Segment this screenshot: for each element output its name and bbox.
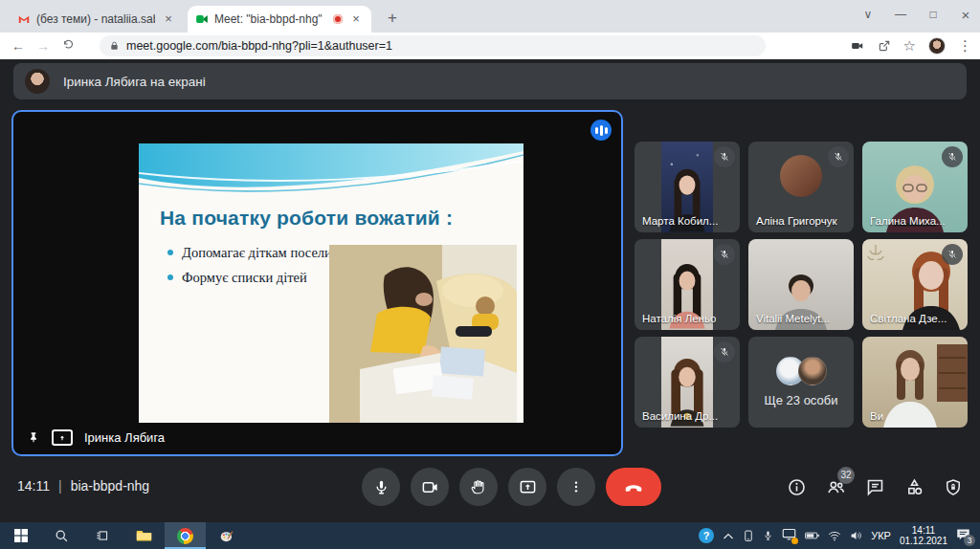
raise-hand-button[interactable]: [459, 468, 498, 506]
reload-icon: [62, 38, 75, 51]
paint-taskbar-button[interactable]: [206, 522, 247, 549]
status-dot: [791, 538, 798, 544]
media-camera-indicator-icon[interactable]: [850, 39, 865, 53]
notification-count-badge: 3: [964, 535, 975, 546]
battery-tray-icon[interactable]: [805, 531, 819, 540]
slide-wave-decoration: [139, 143, 523, 203]
call-controls: [362, 468, 661, 506]
host-controls-button[interactable]: [942, 475, 965, 498]
self-view-label: Ви: [870, 410, 883, 422]
presenter-name: Іринка Лябига: [84, 430, 165, 445]
mic-muted-icon: [942, 244, 963, 265]
slide-bullet: Формує списки дітей: [182, 270, 307, 286]
tray-expand-chevron-icon[interactable]: [723, 532, 734, 540]
pin-icon[interactable]: [27, 430, 40, 445]
meeting-panels: 32: [785, 468, 965, 506]
clock-date: 01.12.2021: [900, 536, 947, 546]
tab-title: (без теми) - nataliia.sabat@pnu: [36, 12, 155, 26]
participant-tile[interactable]: Галина Миха...: [862, 142, 968, 232]
device-tray-icon[interactable]: [743, 530, 754, 542]
profile-avatar[interactable]: [928, 37, 946, 55]
presenter-avatar: [25, 69, 50, 94]
microphone-tray-icon[interactable]: [763, 529, 773, 542]
chat-button[interactable]: [863, 475, 886, 498]
participant-avatar: [798, 357, 827, 385]
more-participants-avatars: [776, 357, 827, 385]
close-window-button[interactable]: ×: [957, 7, 974, 23]
tab-title: Meet: "bia-bbpd-nhg": [214, 12, 327, 26]
audio-playing-indicator-icon: [590, 120, 612, 141]
tab-meet[interactable]: Meet: "bia-bbpd-nhg" ×: [188, 6, 371, 33]
action-center-button[interactable]: 3: [956, 527, 970, 544]
participant-name: Галина Миха...: [870, 215, 946, 227]
presentation-tile[interactable]: На початку роботи вожатий : Допомагає ді…: [11, 110, 623, 456]
window-controls: ∨ — □ ×: [859, 2, 974, 27]
mic-muted-icon: [714, 146, 735, 167]
participant-name: Світлана Дзе...: [870, 313, 947, 324]
toolbar-actions: ☆ ⋮: [850, 33, 972, 59]
browser-tab-strip: (без теми) - nataliia.sabat@pnu × Meet: …: [0, 0, 980, 33]
share-icon[interactable]: [878, 39, 891, 53]
forward-button[interactable]: →: [31, 38, 56, 54]
start-button[interactable]: [0, 522, 41, 549]
participant-grid: Марта Кобил... Аліна Григорчук: [635, 142, 968, 428]
volume-tray-icon[interactable]: [850, 530, 862, 541]
meeting-time: 14:11: [17, 478, 50, 494]
back-button[interactable]: ←: [6, 38, 31, 54]
participant-tile[interactable]: Vitalii Metelyt...: [748, 239, 854, 330]
language-indicator[interactable]: УКР: [871, 530, 891, 541]
mic-muted-icon: [942, 146, 963, 167]
file-explorer-button[interactable]: [123, 522, 165, 549]
chrome-taskbar-button[interactable]: [165, 522, 206, 549]
tab-gmail[interactable]: (без теми) - nataliia.sabat@pnu ×: [10, 6, 184, 33]
participant-name: Василина Др...: [642, 410, 718, 422]
taskbar-search-button[interactable]: [41, 522, 82, 549]
chrome-icon: [177, 528, 193, 544]
meeting-details-button[interactable]: [785, 475, 808, 498]
meet-app: Іринка Лябига на екрані На початку робот…: [0, 59, 980, 522]
task-view-button[interactable]: [82, 522, 123, 549]
address-bar[interactable]: meet.google.com/bia-bbpd-nhg?pli=1&authu…: [100, 35, 766, 56]
activities-button[interactable]: [902, 475, 925, 498]
more-options-button[interactable]: [557, 468, 595, 506]
participant-name: Аліна Григорчук: [756, 215, 837, 227]
leave-call-button[interactable]: [606, 468, 661, 506]
present-screen-button[interactable]: [508, 468, 546, 506]
microphone-button[interactable]: [362, 468, 400, 506]
desktop: (без теми) - nataliia.sabat@pnu × Meet: …: [0, 0, 980, 549]
camera-button[interactable]: [411, 468, 449, 506]
maximize-button[interactable]: □: [924, 8, 942, 21]
browser-menu-icon[interactable]: ⋮: [958, 37, 972, 55]
tab-close-icon[interactable]: ×: [161, 11, 176, 27]
lock-icon: [109, 40, 120, 52]
participant-tile[interactable]: Світлана Дзе...: [862, 239, 968, 330]
bullet-dot: [167, 250, 173, 255]
mic-muted-icon: [714, 244, 735, 265]
more-participants-tile[interactable]: Ще 23 особи: [748, 337, 854, 428]
presenting-icon: [52, 429, 73, 446]
help-tray-icon[interactable]: ?: [699, 528, 714, 543]
tab-close-icon[interactable]: ×: [348, 11, 364, 27]
participant-tile[interactable]: Аліна Григорчук: [748, 142, 854, 232]
taskbar-clock[interactable]: 14:11 01.12.2021: [900, 525, 947, 546]
reload-button[interactable]: [56, 38, 80, 54]
participant-tile[interactable]: Марта Кобил...: [635, 142, 740, 232]
participant-name: Vitalii Metelyt...: [756, 313, 830, 324]
participant-tile[interactable]: Наталія Леньо: [635, 239, 740, 330]
url-text: meet.google.com/bia-bbpd-nhg?pli=1&authu…: [126, 39, 392, 53]
mic-muted-icon: [828, 146, 849, 167]
tab-search-icon[interactable]: ∨: [859, 8, 877, 21]
minimize-button[interactable]: —: [892, 8, 909, 21]
wifi-tray-icon[interactable]: [828, 531, 841, 541]
self-view-tile[interactable]: Ви: [862, 337, 968, 428]
gmail-icon: [17, 12, 31, 26]
browser-toolbar: ← → meet.google.com/bia-bbpd-nhg?pli=1&a…: [0, 33, 980, 59]
participant-name: Наталія Леньо: [642, 313, 716, 324]
participant-tile[interactable]: Василина Др...: [635, 337, 740, 428]
slide-photo: [329, 245, 517, 423]
new-tab-button[interactable]: +: [381, 8, 404, 31]
bookmark-star-icon[interactable]: ☆: [903, 37, 916, 55]
presenter-row: Іринка Лябига: [27, 429, 165, 446]
display-tray-icon[interactable]: [782, 527, 796, 544]
participants-button[interactable]: 32: [824, 475, 847, 498]
